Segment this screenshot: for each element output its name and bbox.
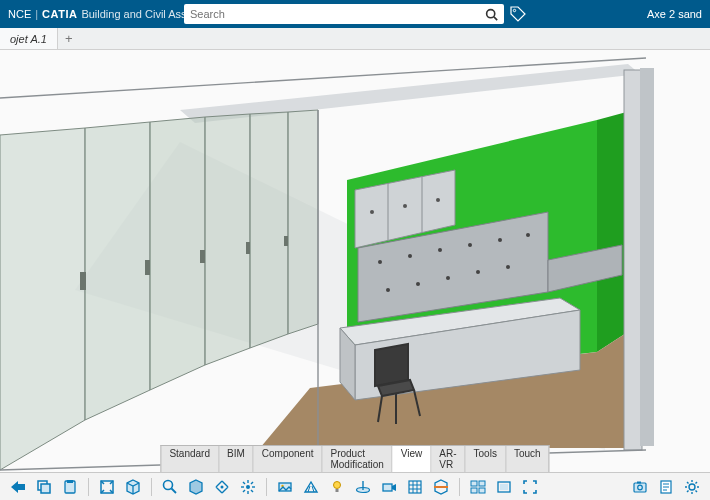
svg-point-2 bbox=[513, 9, 515, 11]
svg-point-35 bbox=[386, 288, 390, 292]
toolbar-separator bbox=[266, 478, 267, 496]
svg-rect-18 bbox=[145, 260, 150, 275]
svg-point-37 bbox=[446, 276, 450, 280]
svg-line-102 bbox=[696, 490, 698, 492]
tool-explode-icon[interactable] bbox=[236, 475, 260, 499]
svg-point-30 bbox=[408, 254, 412, 258]
document-tab[interactable]: ojet A.1 bbox=[0, 28, 58, 49]
tool-fullscreen-icon[interactable] bbox=[518, 475, 542, 499]
top-bar: NCE | CATIA Building and Civil Assemblie… bbox=[0, 0, 710, 28]
svg-marker-15 bbox=[250, 112, 288, 348]
svg-rect-19 bbox=[200, 250, 205, 263]
svg-rect-53 bbox=[41, 484, 50, 493]
tool-recenter-icon[interactable] bbox=[210, 475, 234, 499]
cmdtab-view[interactable]: View bbox=[393, 446, 432, 472]
svg-marker-14 bbox=[205, 114, 250, 365]
svg-rect-17 bbox=[80, 272, 86, 290]
tool-camera-icon[interactable] bbox=[377, 475, 401, 499]
search-icon[interactable] bbox=[485, 8, 498, 21]
toolbar-separator bbox=[151, 478, 152, 496]
svg-point-32 bbox=[468, 243, 472, 247]
brand-prefix: NCE bbox=[8, 8, 31, 20]
tool-fly-through-icon[interactable] bbox=[6, 475, 30, 499]
tool-section-icon[interactable] bbox=[429, 475, 453, 499]
search-box[interactable] bbox=[184, 4, 504, 24]
tool-viewpoints-icon[interactable] bbox=[466, 475, 490, 499]
tool-light-icon[interactable] bbox=[325, 475, 349, 499]
svg-rect-21 bbox=[284, 236, 288, 246]
svg-point-39 bbox=[506, 265, 510, 269]
svg-rect-10 bbox=[640, 68, 654, 446]
search-area bbox=[184, 4, 526, 24]
svg-point-29 bbox=[378, 260, 382, 264]
tool-settings-icon[interactable] bbox=[680, 475, 704, 499]
svg-line-101 bbox=[687, 482, 689, 484]
toolbar-separator bbox=[459, 478, 460, 496]
svg-rect-77 bbox=[409, 481, 421, 493]
svg-rect-86 bbox=[479, 488, 485, 493]
tool-fit-all-icon[interactable] bbox=[95, 475, 119, 499]
cmdtab-tools[interactable]: Tools bbox=[466, 446, 506, 472]
document-tab-label: ojet A.1 bbox=[10, 33, 47, 45]
svg-marker-13 bbox=[150, 117, 205, 390]
svg-rect-83 bbox=[471, 481, 477, 486]
brand-separator: | bbox=[35, 8, 38, 20]
cmdtab-bim[interactable]: BIM bbox=[219, 446, 254, 472]
svg-point-73 bbox=[334, 481, 341, 488]
svg-marker-12 bbox=[85, 122, 150, 420]
svg-line-1 bbox=[494, 16, 497, 19]
tool-copy-icon[interactable] bbox=[32, 475, 56, 499]
search-input[interactable] bbox=[190, 8, 485, 20]
tool-grid-icon[interactable] bbox=[403, 475, 427, 499]
toolbar-separator bbox=[88, 478, 89, 496]
tool-perspective-icon[interactable] bbox=[299, 475, 323, 499]
svg-rect-91 bbox=[637, 481, 641, 483]
tool-render-mode-icon[interactable] bbox=[184, 475, 208, 499]
svg-point-33 bbox=[498, 238, 502, 242]
svg-rect-74 bbox=[336, 489, 339, 492]
document-tabstrip: ojet A.1 + bbox=[0, 28, 710, 50]
svg-rect-84 bbox=[479, 481, 485, 486]
tool-capture-icon[interactable] bbox=[628, 475, 652, 499]
svg-line-103 bbox=[696, 482, 698, 484]
tool-review-icon[interactable] bbox=[654, 475, 678, 499]
tool-paste-icon[interactable] bbox=[58, 475, 82, 499]
svg-rect-76 bbox=[383, 484, 392, 491]
svg-point-60 bbox=[246, 485, 250, 489]
tool-ground-icon[interactable] bbox=[351, 475, 375, 499]
svg-point-96 bbox=[689, 484, 695, 490]
svg-rect-88 bbox=[500, 484, 508, 490]
tool-zoom-icon[interactable] bbox=[158, 475, 182, 499]
cmdtab-component[interactable]: Component bbox=[254, 446, 323, 472]
svg-line-67 bbox=[251, 482, 253, 484]
svg-rect-89 bbox=[634, 483, 646, 492]
add-tab-button[interactable]: + bbox=[58, 28, 80, 49]
cmdtab-standard[interactable]: Standard bbox=[161, 446, 219, 472]
tool-cube-view-icon[interactable] bbox=[121, 475, 145, 499]
cmdtab-touch[interactable]: Touch bbox=[506, 446, 549, 472]
tool-ambience-icon[interactable] bbox=[273, 475, 297, 499]
viewport-3d[interactable] bbox=[0, 50, 710, 472]
svg-point-38 bbox=[476, 270, 480, 274]
top-right-text: Axe 2 sand bbox=[647, 8, 702, 20]
command-tabstrip: Standard BIM Component Product Modificat… bbox=[160, 445, 549, 472]
svg-point-26 bbox=[403, 204, 407, 208]
tool-depth-icon[interactable] bbox=[492, 475, 516, 499]
svg-point-59 bbox=[221, 485, 224, 488]
svg-point-27 bbox=[436, 198, 440, 202]
svg-point-31 bbox=[438, 248, 442, 252]
svg-point-57 bbox=[164, 480, 173, 489]
svg-line-65 bbox=[243, 482, 245, 484]
svg-marker-11 bbox=[0, 128, 85, 470]
svg-rect-55 bbox=[67, 480, 73, 483]
svg-rect-82 bbox=[434, 486, 448, 488]
svg-rect-85 bbox=[471, 488, 477, 493]
svg-line-68 bbox=[243, 490, 245, 492]
cmdtab-product-modification[interactable]: Product Modification bbox=[322, 446, 392, 472]
bottom-toolbar bbox=[0, 472, 710, 500]
tag-icon[interactable] bbox=[510, 6, 526, 22]
cmdtab-ar-vr[interactable]: AR-VR bbox=[431, 446, 465, 472]
svg-point-34 bbox=[526, 233, 530, 237]
brand-main: CATIA bbox=[42, 8, 77, 20]
svg-marker-44 bbox=[375, 344, 408, 386]
